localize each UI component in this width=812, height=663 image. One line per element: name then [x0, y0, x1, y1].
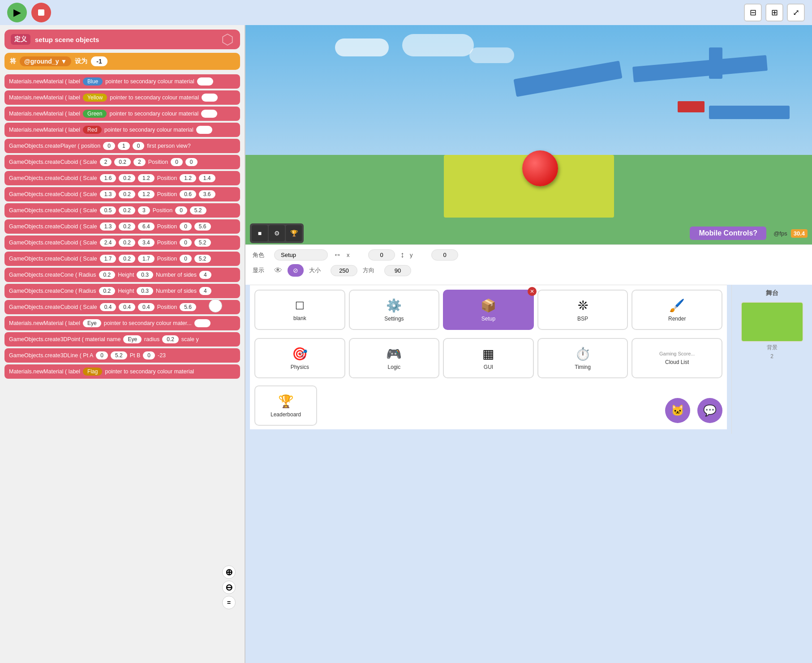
assistant-buttons: 🐱 💬 [321, 385, 722, 426]
block-blank[interactable]: □ blank [254, 290, 345, 330]
cloud1 [335, 38, 389, 56]
settings-game-btn[interactable]: ⚙ [269, 225, 285, 241]
bsp-label: BSP [577, 316, 588, 322]
code-row: GameObjects.createCuboid ( Scale 1.7 0.2… [4, 252, 240, 266]
trophy-game-btn[interactable]: 🏆 [286, 225, 302, 241]
toggle-green[interactable] [201, 110, 217, 118]
code-row: Materials.newMaterial ( label Green poin… [4, 107, 240, 121]
color-pill-yellow: Yellow [83, 94, 107, 102]
game-bottom-bar: ■ ⚙ 🏆 Mobile Controls? @fps 30.4 [245, 222, 812, 244]
block-grid-row3: 🏆 Leaderboard 🐱 💬 [250, 382, 727, 429]
zoom-in-btn2[interactable]: ⊕ [222, 565, 236, 579]
settings-icon: ⚙️ [386, 298, 402, 313]
define-label: 定义 [11, 34, 30, 45]
zoom-out-btn[interactable]: ⊖ [222, 581, 236, 594]
dir-value[interactable]: 90 [384, 265, 411, 276]
role-label: 角色 [253, 251, 269, 259]
zoom-in-btn[interactable]: ⊕ [209, 299, 222, 312]
stop-game-btn[interactable]: ■ [252, 225, 268, 241]
logic-label: Logic [388, 364, 401, 370]
stage-bg-num: 2 [770, 353, 773, 359]
code-row: GameObjects.createCuboid ( Scale 2.4 0.2… [4, 235, 240, 250]
dir-label: 方向 [363, 266, 379, 274]
block-settings[interactable]: ⚙️ Settings [349, 290, 440, 330]
block-leaderboard[interactable]: 🏆 Leaderboard [254, 385, 317, 426]
block-timing[interactable]: ⏱️ Timing [537, 338, 628, 378]
block-render[interactable]: 🖌️ Render [632, 290, 722, 330]
block-grid-row1: □ blank ⚙️ Settings ✕ 📦 Setup ❊ BS [250, 285, 727, 334]
role-input[interactable]: Setup [274, 249, 328, 261]
timing-icon: ⏱️ [575, 346, 591, 361]
assign-set-label: 设为 [75, 57, 87, 65]
toggle-red[interactable] [196, 126, 212, 134]
toggle-yellow[interactable] [202, 94, 218, 102]
block-bsp[interactable]: ❊ BSP [537, 290, 628, 330]
y-label: y [410, 252, 426, 258]
code-row: GameObjects.createCone ( Radius 0.2 Heig… [4, 284, 240, 298]
stage-panel: 舞台 背景 2 [731, 285, 812, 434]
block-grid-row2: 🎯 Physics 🎮 Logic ▦ GUI ⏱️ Timing [250, 334, 727, 382]
cat-assistant-btn[interactable]: 🐱 [665, 398, 690, 423]
leaderboard-icon: 🏆 [278, 394, 294, 409]
layout-btn2[interactable]: ⊞ [765, 4, 783, 21]
code-row: GameObjects.createCuboid ( Scale 2 0.2 2… [4, 155, 240, 169]
gui-icon: ▦ [482, 346, 494, 361]
code-row: GameObjects.createCuboid ( Scale 1.3 0.2… [4, 219, 240, 234]
color-pill-eye: Eye [83, 319, 101, 327]
block-physics[interactable]: 🎯 Physics [254, 338, 345, 378]
logic-icon: 🎮 [386, 346, 402, 361]
block-setup[interactable]: ✕ 📦 Setup [443, 290, 534, 330]
code-row: GameObjects.create3DLine ( Pt A 0 5.2 Pt… [4, 348, 240, 363]
block-gui[interactable]: ▦ GUI [443, 338, 534, 378]
code-row: GameObjects.createPlayer ( position 0 1 … [4, 139, 240, 153]
eye-icon[interactable]: 👁 [274, 266, 282, 275]
assign-var[interactable]: @ground_y ▼ [20, 56, 71, 66]
code-row: Materials.newMaterial ( label Flag point… [4, 364, 240, 379]
chat-assistant-btn[interactable]: 💬 [697, 398, 722, 423]
code-row: GameObjects.createCuboid ( Scale 1.6 0.2… [4, 171, 240, 185]
size-label: 大小 [309, 266, 325, 274]
code-row: GameObjects.create3DPoint ( material nam… [4, 332, 240, 346]
blank-icon: □ [296, 298, 304, 312]
equals-btn[interactable]: = [222, 596, 236, 609]
define-block: 定义 setup scene objects ⬡ [4, 30, 240, 49]
right-panel: ■ ⚙ 🏆 Mobile Controls? @fps 30.4 角色 Setu… [245, 25, 812, 663]
assign-label: 将 [10, 57, 16, 65]
game-controls-group: ■ ⚙ 🏆 [250, 223, 304, 243]
code-row: Materials.newMaterial ( label Red pointe… [4, 123, 240, 137]
platform5-red [678, 101, 705, 112]
toggle-blue[interactable] [197, 77, 213, 86]
physics-icon: 🎯 [292, 346, 308, 361]
stage-bg-label: 背景 [767, 344, 778, 351]
toolbar-left: ▶ [7, 3, 51, 22]
game-viewport: ■ ⚙ 🏆 Mobile Controls? @fps 30.4 [245, 25, 812, 244]
fps-value: 30.4 [791, 229, 808, 238]
mobile-controls-btn[interactable]: Mobile Controls? [690, 227, 766, 240]
cube-icon: ⬡ [221, 31, 234, 48]
color-pill-red: Red [83, 126, 102, 134]
delete-setup-btn[interactable]: ✕ [528, 287, 537, 296]
cloudlist-text-icon: Gaming Score... [659, 351, 695, 356]
size-value[interactable]: 250 [331, 265, 357, 276]
x-value[interactable]: 0 [368, 249, 395, 261]
code-row: Materials.newMaterial ( label Blue point… [4, 74, 240, 89]
flag-button[interactable]: ▶ [7, 3, 27, 22]
layout-btn1[interactable]: ⊟ [744, 4, 762, 21]
code-row: GameObjects.createCone ( Radius 0.2 Heig… [4, 268, 240, 282]
color-pill-flag: Flag [83, 368, 102, 376]
toggle-eye[interactable] [194, 319, 211, 327]
eye-slash-btn[interactable]: ⊘ [288, 264, 304, 277]
stage-thumbnail[interactable] [741, 302, 803, 342]
sprite-section: □ blank ⚙️ Settings ✕ 📦 Setup ❊ BS [245, 285, 812, 434]
block-cloudlist[interactable]: Gaming Score... Cloud List [632, 338, 722, 378]
code-row: Materials.newMaterial ( label Eye pointe… [4, 316, 240, 330]
y-value[interactable]: 0 [431, 249, 458, 261]
stop-button[interactable] [31, 3, 51, 22]
code-row: GameObjects.createCuboid ( Scale 1.3 0.2… [4, 187, 240, 201]
controls-panel: 角色 Setup ↔ x 0 ↕ y 0 显示 👁 ⊘ 大小 250 方向 90 [245, 244, 812, 285]
fullscreen-button[interactable]: ⤢ [787, 4, 805, 21]
block-logic[interactable]: 🎮 Logic [349, 338, 440, 378]
show-label: 显示 [253, 266, 269, 274]
player-ball [522, 150, 558, 186]
stage-title: 舞台 [766, 289, 778, 297]
